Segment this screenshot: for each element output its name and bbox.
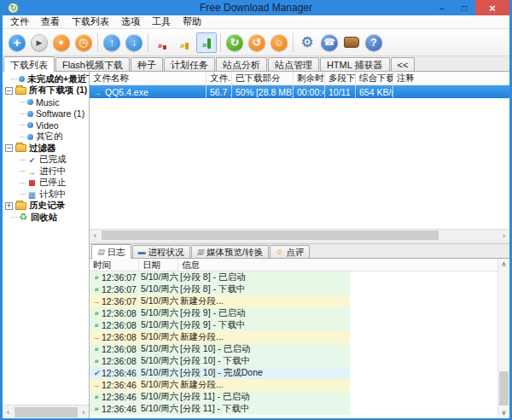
media-icon [197, 248, 205, 256]
tab-comments[interactable]: 点评 [270, 245, 310, 258]
add-download-button[interactable] [6, 32, 28, 54]
log-start-icon [91, 394, 102, 401]
column-time-left[interactable]: 剩余时间 [294, 72, 325, 85]
start-button[interactable] [28, 32, 50, 54]
scrollbar-thumb[interactable] [499, 371, 509, 405]
tab-site-manager[interactable]: 站点管理 [268, 57, 319, 71]
sidebar-item-recent[interactable]: 未完成的+最近下载 [3, 73, 89, 85]
folder-icon [15, 144, 26, 152]
collapse-expander-icon[interactable] [5, 87, 13, 95]
menu-options[interactable]: 选项 [115, 15, 146, 28]
comment-icon [276, 248, 283, 256]
collapse-expander-icon[interactable] [5, 144, 13, 152]
move-down-button[interactable] [123, 32, 145, 54]
journal-icon [97, 248, 105, 256]
scroll-right-icon[interactable]: › [78, 408, 89, 417]
tab-progress-status[interactable]: 进程状况 [132, 245, 190, 258]
stop-button[interactable] [50, 32, 73, 54]
log-vertical-scrollbar[interactable]: ∧ ∨ [497, 259, 509, 418]
download-list-horizontal-scrollbar[interactable]: ‹ › [90, 229, 509, 241]
speed-medium-button[interactable] [173, 32, 195, 54]
scrollbar-thumb[interactable] [102, 230, 439, 240]
scroll-left-icon[interactable]: ‹ [90, 231, 101, 240]
move-down-icon [125, 34, 143, 51]
log-row[interactable]: 12:36:085/10/周六[分段 9] - 下载中 [90, 319, 350, 331]
download-row-selected[interactable]: QQ5.4.exe 56.7 ... 50% [28.8 MB] 00:00:4… [90, 85, 509, 98]
log-row[interactable]: 12:36:085/10/周六[分段 9] - 已启动 [90, 307, 350, 319]
tab-torrents[interactable]: 种子 [131, 57, 163, 71]
tab-site-explorer[interactable]: 站点分析 [216, 57, 267, 71]
start-all-button[interactable] [224, 32, 246, 54]
scroll-up-icon[interactable]: ∧ [498, 259, 509, 270]
menu-view[interactable]: 查看 [35, 15, 66, 28]
tab-collapse[interactable]: << [391, 57, 416, 71]
tab-html-spider[interactable]: HTML 捕获器 [320, 57, 390, 71]
tab-media-preview[interactable]: 媒体预览/转换 [191, 245, 269, 258]
scroll-down-icon[interactable]: ∨ [498, 407, 509, 418]
sidebar-item-in-progress[interactable]: 进行中 [3, 166, 89, 178]
log-row[interactable]: 12:36:085/10/周六[分段 10] - 下载中 [90, 355, 350, 367]
column-file-size[interactable]: 文件... [207, 72, 232, 85]
sidebar-item-video[interactable]: Video [3, 120, 89, 131]
remote-control-button[interactable] [318, 32, 340, 54]
sidebar-item-recycle-bin[interactable]: 回收站 [3, 212, 89, 224]
sidebar-item-history[interactable]: 历史记录 [3, 201, 89, 213]
sidebar-horizontal-scrollbar[interactable]: ‹ › [3, 405, 89, 418]
menu-tools[interactable]: 工具 [146, 15, 177, 28]
menu-download-list[interactable]: 下载列表 [66, 15, 115, 28]
stop-all-button[interactable] [246, 32, 268, 54]
sidebar-item-all-downloads[interactable]: 所有下载项 (1) [3, 85, 89, 97]
tab-flash-video[interactable]: Flash视频下载 [55, 57, 130, 71]
community-button[interactable] [268, 32, 290, 54]
sidebar-item-filters[interactable]: 过滤器 [3, 143, 89, 155]
sidebar-item-completed[interactable]: 已完成 [3, 155, 89, 166]
log-column-info[interactable]: 信息 [178, 259, 350, 271]
column-downloaded[interactable]: 已下载部分 [232, 72, 294, 85]
log-row[interactable]: 12:36:075/10/周六[分段 8] - 已启动 [90, 271, 350, 283]
sidebar-item-music[interactable]: Music [3, 96, 89, 108]
menu-file[interactable]: 文件 [4, 15, 35, 28]
download-file-size: 56.7 ... [207, 85, 232, 98]
sidebar-item-software[interactable]: Software (1) [3, 108, 89, 120]
log-row[interactable]: 12:36:465/10/周六新建分段... [90, 379, 350, 391]
log-rows: 12:36:075/10/周六[分段 8] - 已启动 12:36:075/10… [90, 271, 350, 418]
speed-full-button[interactable] [195, 32, 218, 54]
log-row[interactable]: 12:36:075/10/周六[分段 8] - 下载中 [90, 283, 350, 295]
column-comment[interactable]: 注释 [393, 72, 509, 85]
log-start-icon [91, 358, 102, 365]
log-column-time[interactable]: 时间 [90, 259, 139, 271]
scrollbar-thumb[interactable] [15, 407, 79, 417]
log-row[interactable]: 12:36:085/10/周六新建分段... [90, 331, 350, 343]
menu-help[interactable]: 帮助 [177, 15, 207, 28]
speed-light-button[interactable] [151, 32, 173, 54]
column-file-name[interactable]: 文件名称 [90, 72, 207, 85]
log-row[interactable]: 12:36:085/10/周六[分段 10] - 已启动 [90, 343, 350, 355]
log-row[interactable]: 12:36:465/10/周六[分段 11] - 已启动 [90, 391, 350, 403]
move-up-button[interactable] [101, 32, 123, 54]
scroll-right-icon[interactable]: › [498, 231, 509, 240]
log-column-date[interactable]: 日期 [139, 259, 178, 271]
sidebar-item-stopped[interactable]: 已停止 [3, 178, 89, 190]
tab-download-list[interactable]: 下载列表 [3, 56, 55, 72]
toolbar-separator [148, 33, 148, 52]
address-book-button[interactable] [340, 32, 363, 54]
move-up-icon [103, 34, 120, 51]
expand-expander-icon[interactable] [5, 202, 13, 210]
blue-dot-icon [27, 111, 33, 117]
log-row[interactable]: 12:36:465/10/周六[分段 10] - 完成Done [90, 367, 350, 379]
log-start-icon [91, 346, 102, 353]
log-row[interactable]: 12:36:075/10/周六新建分段... [90, 295, 350, 307]
sidebar-item-scheduled[interactable]: 计划中 [3, 189, 89, 201]
log-start-icon [91, 310, 102, 318]
column-sections[interactable]: 多段下... [325, 72, 356, 85]
settings-button[interactable] [296, 32, 318, 54]
community-icon [271, 34, 288, 51]
tab-log[interactable]: 日志 [91, 244, 131, 259]
sidebar-item-other[interactable]: 其它的 [3, 131, 89, 143]
log-row[interactable]: 12:36:465/10/周六[分段 11] - 下载中 [90, 403, 350, 415]
help-button[interactable] [363, 32, 385, 54]
scroll-left-icon[interactable]: ‹ [3, 408, 14, 417]
column-speed[interactable]: 综合下载... [356, 72, 393, 85]
tab-scheduler[interactable]: 计划任务 [164, 57, 215, 71]
scheduler-button[interactable] [73, 32, 95, 54]
